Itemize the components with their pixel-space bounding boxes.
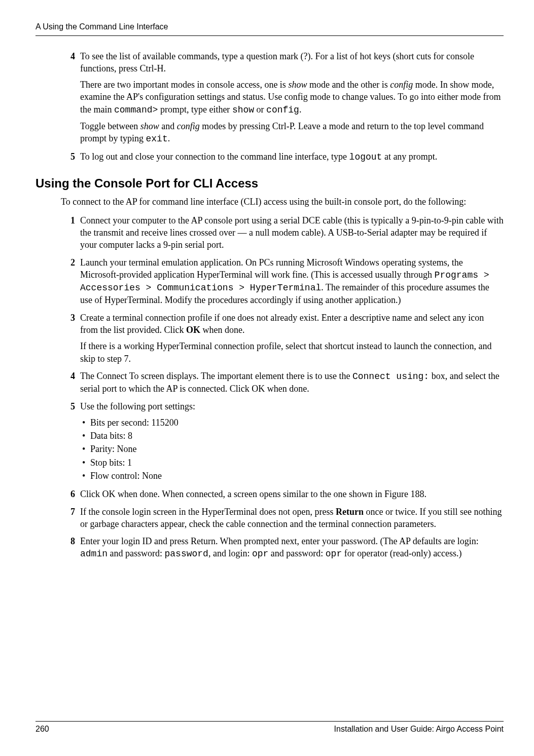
step-body: If the console login screen in the Hyper…: [80, 506, 504, 531]
paragraph: Enter your login ID and press Return. Wh…: [80, 535, 504, 560]
paragraph: If there is a working HyperTerminal conn…: [80, 340, 504, 365]
footer-title: Installation and User Guide: Airgo Acces…: [334, 724, 504, 735]
step-number: 1: [61, 214, 80, 251]
list-item: 4 To see the list of available commands,…: [61, 50, 504, 145]
paragraph: To log out and close your connection to …: [80, 150, 504, 163]
paragraph: If the console login screen in the Hyper…: [80, 506, 504, 531]
header-rule: [35, 35, 504, 36]
step-number: 6: [61, 488, 80, 500]
step-body: Enter your login ID and press Return. Wh…: [80, 535, 504, 560]
step-number: 2: [61, 256, 80, 307]
paragraph: Launch your terminal emulation applicati…: [80, 256, 504, 307]
page-content: 4 To see the list of available commands,…: [61, 50, 504, 560]
list-item: 1 Connect your computer to the AP consol…: [61, 214, 504, 251]
paragraph: To see the list of available commands, t…: [80, 50, 504, 75]
bullet-item: Bits per second: 115200: [80, 417, 504, 429]
running-header: A Using the Command Line Interface: [35, 21, 504, 32]
bullet-item: Stop bits: 1: [80, 457, 504, 469]
section-lead: To connect to the AP for command line in…: [61, 196, 504, 208]
step-number: 4: [61, 370, 80, 395]
step-body: Launch your terminal emulation applicati…: [80, 256, 504, 307]
list-item: 4 The Connect To screen displays. The im…: [61, 370, 504, 395]
step-body: Create a terminal connection profile if …: [80, 312, 504, 365]
list-item: 5 To log out and close your connection t…: [61, 150, 504, 163]
list-item: 2 Launch your terminal emulation applica…: [61, 256, 504, 307]
page-footer: 260 Installation and User Guide: Airgo A…: [35, 721, 504, 735]
step-number: 4: [61, 50, 80, 145]
page-number: 260: [35, 724, 49, 735]
paragraph: Use the following port settings:: [80, 400, 504, 412]
step-body: To see the list of available commands, t…: [80, 50, 504, 145]
paragraph: There are two important modes in console…: [80, 79, 504, 116]
list-item: 5 Use the following port settings: Bits …: [61, 400, 504, 483]
bullet-item: Parity: None: [80, 443, 504, 455]
step-number: 3: [61, 312, 80, 365]
paragraph: The Connect To screen displays. The impo…: [80, 370, 504, 395]
step-body: To log out and close your connection to …: [80, 150, 504, 163]
bullet-list: Bits per second: 115200 Data bits: 8 Par…: [80, 417, 504, 482]
step-number: 8: [61, 535, 80, 560]
bullet-item: Flow control: None: [80, 470, 504, 482]
paragraph: Connect your computer to the AP console …: [80, 214, 504, 251]
paragraph: Toggle between show and config modes by …: [80, 120, 504, 145]
step-body: Use the following port settings: Bits pe…: [80, 400, 504, 483]
step-body: Connect your computer to the AP console …: [80, 214, 504, 251]
step-number: 5: [61, 400, 80, 483]
footer-rule: [35, 721, 504, 722]
step-body: The Connect To screen displays. The impo…: [80, 370, 504, 395]
section-heading: Using the Console Port for CLI Access: [35, 175, 504, 192]
step-number: 7: [61, 506, 80, 531]
paragraph: Create a terminal connection profile if …: [80, 312, 504, 336]
step-number: 5: [61, 150, 80, 163]
bullet-item: Data bits: 8: [80, 430, 504, 442]
list-item: 8 Enter your login ID and press Return. …: [61, 535, 504, 560]
list-item: 7 If the console login screen in the Hyp…: [61, 506, 504, 531]
list-item: 3 Create a terminal connection profile i…: [61, 312, 504, 365]
step-body: Click OK when done. When connected, a sc…: [80, 488, 504, 500]
list-item: 6 Click OK when done. When connected, a …: [61, 488, 504, 500]
paragraph: Click OK when done. When connected, a sc…: [80, 488, 504, 500]
